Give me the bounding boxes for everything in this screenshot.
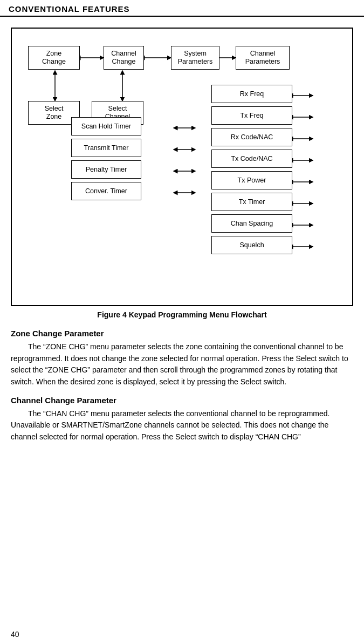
- section-channel-change: Channel Change Parameter The “CHAN CHG” …: [11, 396, 353, 443]
- channel-change-box: Channel Change: [104, 46, 144, 70]
- flowchart-container: Zone Change Channel Change System Parame…: [11, 28, 353, 306]
- section-heading-zone-change: Zone Change Parameter: [11, 329, 353, 338]
- rx-code-nac-box: Rx Code/NAC: [211, 128, 292, 146]
- penalty-timer-box: Penalty Timer: [71, 160, 141, 179]
- flowchart-arrows: [17, 37, 347, 296]
- squelch-box: Squelch: [211, 236, 292, 254]
- system-parameters-box: System Parameters: [171, 46, 219, 70]
- section-heading-channel-change: Channel Change Parameter: [11, 396, 353, 405]
- chan-spacing-box: Chan Spacing: [211, 214, 292, 233]
- section-zone-change: Zone Change Parameter The “ZONE CHG” men…: [11, 329, 353, 388]
- rx-freq-box: Rx Freq: [211, 85, 292, 103]
- tx-code-nac-box: Tx Code/NAC: [211, 150, 292, 168]
- tx-timer-box: Tx Timer: [211, 193, 292, 211]
- figure-caption: Figure 4 Keypad Programming Menu Flowcha…: [11, 310, 353, 319]
- page-title: CONVENTIONAL FEATURES: [9, 4, 130, 13]
- tx-freq-box: Tx Freq: [211, 106, 292, 125]
- transmit-timer-box: Transmit Timer: [71, 139, 141, 157]
- conver-timer-box: Conver. Timer: [71, 182, 141, 200]
- page-number: 40: [11, 630, 19, 639]
- sections-container: Zone Change Parameter The “ZONE CHG” men…: [11, 329, 353, 443]
- section-para-channel-change-0: The “CHAN CHG” menu parameter selects th…: [11, 408, 353, 443]
- zone-change-box: Zone Change: [28, 46, 80, 70]
- tx-power-box: Tx Power: [211, 171, 292, 189]
- page-header: CONVENTIONAL FEATURES: [0, 0, 364, 17]
- section-para-zone-change-0: The “ZONE CHG” menu parameter selects th…: [11, 341, 353, 388]
- page-content: Zone Change Channel Change System Parame…: [0, 17, 364, 453]
- channel-parameters-box: Channel Parameters: [236, 46, 290, 70]
- flowchart-inner: Zone Change Channel Change System Parame…: [17, 37, 347, 296]
- scan-hold-timer-box: Scan Hold Timer: [71, 117, 141, 135]
